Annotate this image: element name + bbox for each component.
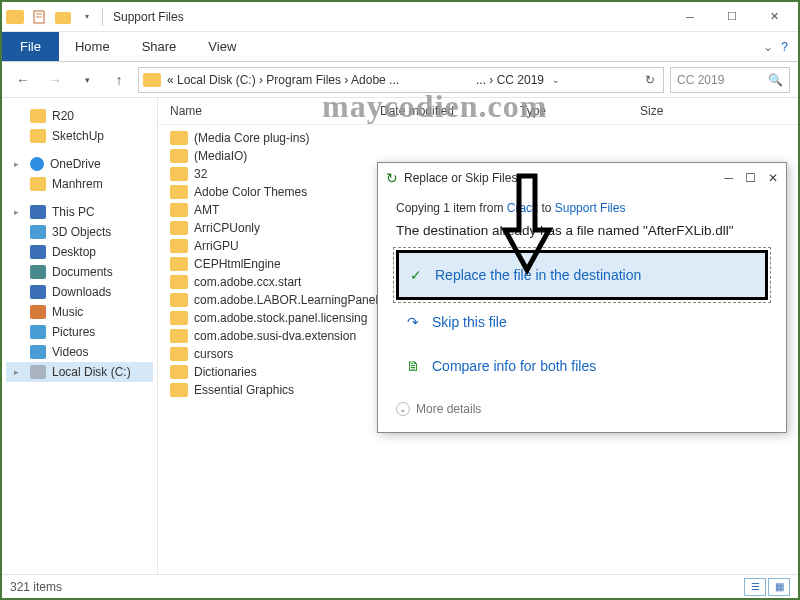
search-input[interactable]: CC 2019 🔍 xyxy=(670,67,790,93)
qat-dropdown-icon[interactable]: ▾ xyxy=(78,8,96,26)
sidebar-item-label: Downloads xyxy=(52,285,111,299)
col-date[interactable]: Date modified xyxy=(380,104,520,118)
sidebar-item-pictures[interactable]: Pictures xyxy=(6,322,153,342)
folder-icon xyxy=(170,293,188,307)
sidebar-item-this-pc[interactable]: ▸This PC xyxy=(6,202,153,222)
file-name: AMT xyxy=(194,203,384,217)
sidebar-item-documents[interactable]: Documents xyxy=(6,262,153,282)
folder-icon xyxy=(170,329,188,343)
maximize-button[interactable]: ☐ xyxy=(712,3,752,31)
dl-icon xyxy=(30,285,46,299)
folder-icon xyxy=(30,109,46,123)
sidebar-item-local-disk-c-[interactable]: ▸Local Disk (C:) xyxy=(6,362,153,382)
copy-status: Copying 1 item from Crack to Support Fil… xyxy=(396,201,768,215)
file-name: ArriGPU xyxy=(194,239,384,253)
pics-icon xyxy=(30,325,46,339)
folder-icon xyxy=(170,365,188,379)
dialog-close-button[interactable]: ✕ xyxy=(768,171,778,185)
ribbon: File Home Share View ⌄ ? xyxy=(2,32,798,62)
folder-icon xyxy=(170,257,188,271)
search-icon: 🔍 xyxy=(768,73,783,87)
col-type[interactable]: Type xyxy=(520,104,640,118)
file-row[interactable]: (Media Core plug-ins) xyxy=(170,129,786,147)
sidebar-item-label: Music xyxy=(52,305,83,319)
conflict-message: The destination already has a file named… xyxy=(396,223,768,238)
recent-dropdown[interactable]: ▾ xyxy=(74,67,100,93)
dialog-minimize-button[interactable]: ─ xyxy=(724,171,733,185)
file-name: CEPHtmlEngine xyxy=(194,257,384,271)
icons-view-button[interactable]: ▦ xyxy=(768,578,790,596)
breadcrumb-suffix[interactable]: ... › CC 2019 xyxy=(476,73,544,87)
file-tab[interactable]: File xyxy=(2,32,59,61)
dialog-title: Replace or Skip Files xyxy=(404,171,517,185)
new-folder-icon[interactable] xyxy=(54,8,72,26)
file-name: com.adobe.ccx.start xyxy=(194,275,384,289)
caret-icon: ▸ xyxy=(14,367,24,377)
sidebar-item-label: Desktop xyxy=(52,245,96,259)
ribbon-expand-icon[interactable]: ⌄ xyxy=(763,40,773,54)
folder-icon xyxy=(170,347,188,361)
more-details-label: More details xyxy=(416,402,481,416)
breadcrumb-prefix[interactable]: « Local Disk (C:) › Program Files › Adob… xyxy=(167,73,399,87)
sidebar-item-music[interactable]: Music xyxy=(6,302,153,322)
dialog-body: Copying 1 item from Crack to Support Fil… xyxy=(378,193,786,432)
sidebar-item-r20[interactable]: R20 xyxy=(6,106,153,126)
folder-icon xyxy=(30,129,46,143)
view-tab[interactable]: View xyxy=(192,32,252,61)
dialog-titlebar: ↻ Replace or Skip Files ─ ☐ ✕ xyxy=(378,163,786,193)
sidebar-item-onedrive[interactable]: ▸OneDrive xyxy=(6,154,153,174)
sidebar-item-3d-objects[interactable]: 3D Objects xyxy=(6,222,153,242)
sidebar-item-label: Videos xyxy=(52,345,88,359)
share-tab[interactable]: Share xyxy=(126,32,193,61)
address-bar[interactable]: « Local Disk (C:) › Program Files › Adob… xyxy=(138,67,664,93)
item-count: 321 items xyxy=(10,580,62,594)
replace-skip-dialog: ↻ Replace or Skip Files ─ ☐ ✕ Copying 1 … xyxy=(377,162,787,433)
folder-icon xyxy=(170,167,188,181)
file-name: cursors xyxy=(194,347,384,361)
address-dropdown-icon[interactable]: ⌄ xyxy=(548,67,564,93)
details-view-button[interactable]: ☰ xyxy=(744,578,766,596)
col-name[interactable]: Name xyxy=(170,104,380,118)
folder-icon xyxy=(170,221,188,235)
sidebar-item-desktop[interactable]: Desktop xyxy=(6,242,153,262)
sidebar-item-manhrem[interactable]: Manhrem xyxy=(6,174,153,194)
docs-icon xyxy=(30,265,46,279)
forward-button[interactable]: → xyxy=(42,67,68,93)
compare-icon: 🗎 xyxy=(404,358,422,374)
sidebar-item-label: Manhrem xyxy=(52,177,103,191)
replace-label: Replace the file in the destination xyxy=(435,267,641,283)
window-controls: ─ ☐ ✕ xyxy=(670,3,794,31)
search-placeholder: CC 2019 xyxy=(677,73,724,87)
sidebar-item-videos[interactable]: Videos xyxy=(6,342,153,362)
copy-dest-link[interactable]: Support Files xyxy=(555,201,626,215)
sidebar-item-label: Local Disk (C:) xyxy=(52,365,131,379)
nav-pane: R20SketchUp▸OneDriveManhrem▸This PC3D Ob… xyxy=(2,98,158,574)
more-details[interactable]: ⌄ More details xyxy=(396,402,768,416)
refresh-icon[interactable]: ↻ xyxy=(641,73,659,87)
close-button[interactable]: ✕ xyxy=(754,3,794,31)
folder-icon xyxy=(170,203,188,217)
onedrive-icon xyxy=(30,157,44,171)
minimize-button[interactable]: ─ xyxy=(670,3,710,31)
skip-option[interactable]: ↷ Skip this file xyxy=(396,300,768,344)
sidebar-item-label: R20 xyxy=(52,109,74,123)
svg-rect-2 xyxy=(55,12,71,24)
folder-icon xyxy=(170,131,188,145)
sidebar-item-label: OneDrive xyxy=(50,157,101,171)
sidebar-item-label: Pictures xyxy=(52,325,95,339)
home-tab[interactable]: Home xyxy=(59,32,126,61)
properties-icon[interactable] xyxy=(30,8,48,26)
file-name: (MediaIO) xyxy=(194,149,384,163)
up-button[interactable]: ↑ xyxy=(106,67,132,93)
replace-option[interactable]: ✓ Replace the file in the destination xyxy=(396,250,768,300)
copy-source-link[interactable]: Crack xyxy=(507,201,538,215)
file-name: Essential Graphics xyxy=(194,383,384,397)
sidebar-item-sketchup[interactable]: SketchUp xyxy=(6,126,153,146)
help-icon[interactable]: ? xyxy=(781,40,788,54)
back-button[interactable]: ← xyxy=(10,67,36,93)
disk-icon xyxy=(30,365,46,379)
compare-option[interactable]: 🗎 Compare info for both files xyxy=(396,344,768,388)
sidebar-item-downloads[interactable]: Downloads xyxy=(6,282,153,302)
col-size[interactable]: Size xyxy=(640,104,786,118)
dialog-maximize-button[interactable]: ☐ xyxy=(745,171,756,185)
